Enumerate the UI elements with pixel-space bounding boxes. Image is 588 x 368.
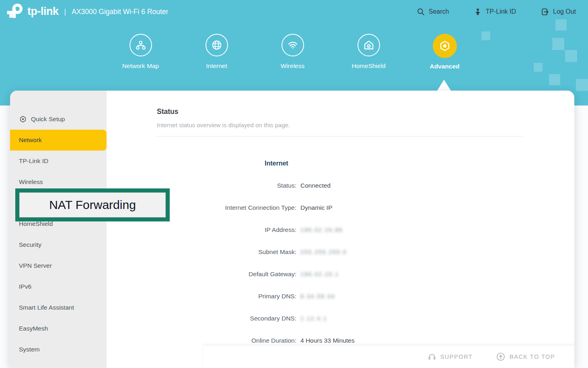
decor-square: [552, 38, 564, 50]
sidebar-item-security[interactable]: Security: [10, 234, 107, 255]
sidebar-item-label: Wireless: [19, 178, 43, 186]
page-title: Status: [157, 108, 178, 116]
sidebar-item-easymesh[interactable]: EasyMesh: [10, 318, 107, 339]
search-button[interactable]: Search: [417, 8, 449, 16]
row-value-redacted: 190.02.20.1: [296, 271, 339, 277]
brand-divider: |: [62, 8, 69, 16]
row-label: Default Gateway:: [107, 271, 296, 278]
sidebar-item-label: VPN Server: [19, 262, 52, 269]
annotation-label: NAT Forwarding: [49, 198, 136, 212]
top-actions: Search TP-Link ID Log Out: [417, 0, 576, 23]
tp-link-logo: tp-link | AX3000 Gigabit Wi-Fi 6 Router: [6, 2, 168, 21]
brand-name: tp-link: [27, 5, 59, 18]
sidebar-item-quick-setup[interactable]: Quick Setup: [10, 109, 107, 130]
logout-label: Log Out: [553, 8, 576, 15]
tab-advanced[interactable]: Advanced: [407, 34, 483, 70]
content-card: Quick SetupNetworkTP-Link IDWirelessNAT …: [10, 91, 574, 368]
sidebar-item-label: Security: [19, 241, 41, 248]
arrow-up-circle-icon: [496, 352, 506, 362]
wifi-icon: [282, 34, 304, 56]
row-label: Secondary DNS:: [107, 315, 296, 322]
support-label: SUPPORT: [440, 354, 473, 360]
main-nav: Network Map Internet: [103, 34, 483, 70]
status-row: Subnet Mask:255.255.255.0: [107, 241, 574, 263]
nat-forwarding-annotation-box: NAT Forwarding: [15, 188, 170, 221]
tplink-id-label: TP-Link ID: [485, 8, 516, 15]
tab-network-map[interactable]: Network Map: [103, 34, 179, 70]
user-icon: [474, 8, 482, 16]
advanced-gear-icon: [433, 34, 457, 58]
status-row: Primary DNS:8.34.59.34: [107, 285, 574, 307]
row-value: Dynamic IP: [296, 204, 332, 211]
internet-globe-icon: [206, 34, 228, 56]
sidebar-item-label: TP-Link ID: [19, 157, 48, 165]
tab-label: Network Map: [122, 62, 159, 70]
sidebar-item-network[interactable]: Network: [10, 130, 107, 151]
back-to-top-label: BACK TO TOP: [510, 354, 555, 360]
decor-square: [549, 74, 560, 85]
sidebar-item-tp-link-id[interactable]: TP-Link ID: [10, 151, 107, 172]
decor-square: [534, 63, 543, 72]
tab-label: Internet: [206, 62, 227, 70]
row-value-redacted: 190.02.20.86: [296, 227, 343, 233]
row-label: Status:: [107, 182, 296, 189]
sidebar-item-label: Quick Setup: [31, 116, 65, 123]
headset-icon: [428, 352, 436, 361]
sidebar-item-label: EasyMesh: [19, 325, 48, 332]
status-row: Status:Connected: [107, 174, 574, 196]
row-value: 4 Hours 33 Minutes: [296, 337, 354, 344]
internet-section-title: Internet: [265, 160, 288, 167]
sidebar-item-system[interactable]: System: [10, 339, 107, 360]
divider-line: [157, 136, 523, 136]
row-label: Subnet Mask:: [107, 248, 296, 256]
row-label: Online Duration:: [107, 337, 296, 344]
tp-link-logo-icon: [6, 2, 24, 21]
decor-square: [565, 50, 577, 62]
row-label: Primary DNS:: [107, 293, 296, 300]
search-icon: [417, 8, 425, 16]
top-bar: tp-link | AX3000 Gigabit Wi-Fi 6 Router …: [0, 0, 588, 23]
page-subtitle: Internet status overview is displayed on…: [157, 122, 290, 128]
sidebar-item-label: System: [19, 346, 40, 353]
tab-label: Wireless: [281, 62, 304, 70]
active-tab-pointer: [437, 80, 451, 91]
tab-label: HomeShield: [352, 62, 385, 70]
quick-setup-gear-icon: [19, 115, 27, 123]
sidebar-item-smart-life-assistant[interactable]: Smart Life Assistant: [10, 297, 107, 318]
sidebar-item-ipv6[interactable]: IPv6: [10, 276, 107, 297]
main-panel: Status Internet status overview is displ…: [107, 91, 574, 368]
tab-internet[interactable]: Internet: [179, 34, 255, 70]
status-rows: Status:ConnectedInternet Connection Type…: [107, 174, 574, 351]
decor-square: [576, 79, 588, 91]
tab-homeshield[interactable]: HomeShield: [331, 34, 407, 70]
sidebar-menu: Quick SetupNetworkTP-Link IDWirelessNAT …: [10, 91, 107, 368]
sidebar-item-label: Network: [19, 136, 42, 144]
status-row: Secondary DNS:1.12.4.1: [107, 307, 574, 329]
status-row: IP Address:190.02.20.86: [107, 219, 574, 241]
sidebar-item-vpn-server[interactable]: VPN Server: [10, 255, 107, 276]
row-value-redacted: 1.12.4.1: [296, 315, 327, 322]
sidebar-item-label: Smart Life Assistant: [19, 304, 74, 311]
search-label: Search: [429, 8, 449, 15]
router-model: AX3000 Gigabit Wi-Fi 6 Router: [72, 8, 168, 16]
tab-wireless[interactable]: Wireless: [255, 34, 331, 70]
decor-square: [481, 31, 490, 40]
back-to-top-button[interactable]: BACK TO TOP: [496, 352, 555, 362]
status-row: Default Gateway:190.02.20.1: [107, 263, 574, 285]
router-admin-page: tp-link | AX3000 Gigabit Wi-Fi 6 Router …: [0, 0, 588, 368]
tab-label: Advanced: [430, 63, 459, 70]
logout-icon: [541, 8, 549, 16]
sidebar-item-label: IPv6: [19, 283, 31, 290]
footer-bar: SUPPORT BACK TO TOP: [203, 345, 574, 368]
status-row: Internet Connection Type:Dynamic IP: [107, 196, 574, 219]
logout-button[interactable]: Log Out: [541, 8, 576, 16]
support-button[interactable]: SUPPORT: [428, 352, 473, 361]
homeshield-icon: [358, 34, 380, 56]
network-map-icon: [130, 34, 152, 56]
row-value-redacted: 8.34.59.34: [296, 293, 335, 300]
row-label: IP Address:: [107, 226, 296, 234]
row-value-redacted: 255.255.255.0: [296, 249, 347, 255]
tplink-id-button[interactable]: TP-Link ID: [474, 8, 516, 16]
row-value: Connected: [296, 182, 331, 189]
